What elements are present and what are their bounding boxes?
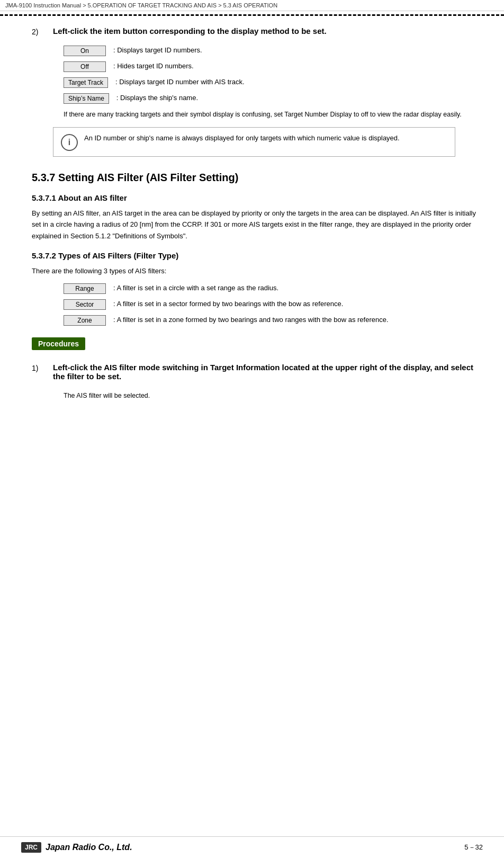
off-desc: : Hides target ID numbers. [113,61,194,70]
zone-button[interactable]: Zone [64,315,106,326]
on-button[interactable]: On [64,46,106,56]
section-5372-heading: 5.3.7.2 Types of AIS Filters (Filter Typ… [32,251,483,260]
note-text: If there are many tracking targets and t… [64,109,483,120]
proc-step-1-text: Left-click the AIS filter mode switching… [53,363,483,381]
option-off-row: Off : Hides target ID numbers. [64,61,483,72]
range-button[interactable]: Range [64,283,106,294]
info-box-text: An ID number or ship's name is always di… [84,133,400,144]
on-desc: : Displays target ID numbers. [113,46,202,54]
target-track-desc: : Displays target ID number with AIS tra… [115,77,244,86]
proc-step-1-number: 1) [32,363,53,372]
info-box: i An ID number or ship's name is always … [53,127,455,157]
procedures-badge: Procedures [32,337,85,350]
jrc-label: JRC [21,842,41,853]
target-track-button[interactable]: Target Track [64,77,108,88]
option-on-row: On : Displays target ID numbers. [64,46,483,56]
ships-name-button[interactable]: Ship’s Name [64,93,109,104]
sector-filter-row: Sector : A filter is set in a sector for… [64,299,483,310]
procedures-section: Procedures [32,337,483,356]
ships-name-desc: : Displays the ship's name. [116,93,198,102]
range-filter-row: Range : A filter is set in a circle with… [64,283,483,294]
company-name: Japan Radio Co., Ltd. [46,843,132,852]
step-2-number: 2) [32,26,53,36]
section-537-heading: 5.3.7 Setting AIS Filter (AIS Filter Set… [32,172,483,184]
option-target-track-row: Target Track : Displays target ID number… [64,77,483,88]
step-2-text: Left-click the item button corresponding… [53,26,483,35]
sector-desc: : A filter is set in a sector formed by … [113,299,343,308]
proc-step-1-note: The AIS filter will be selected. [64,390,483,401]
option-ships-name-row: Ship’s Name : Displays the ship's name. [64,93,483,104]
section-5371-body: By setting an AIS filter, an AIS target … [32,208,483,242]
info-icon: i [61,134,78,151]
section-5372-intro: There are the following 3 types of AIS f… [32,265,483,276]
range-desc: : A filter is set in a circle with a set… [113,283,278,292]
page-number: 5－32 [464,843,483,852]
proc-step-1-container: 1) Left-click the AIS filter mode switch… [32,363,483,381]
breadcrumb: JMA-9100 Instruction Manual > 5.OPERATIO… [0,0,504,11]
step-2-container: 2) Left-click the item button correspond… [32,26,483,36]
filter-options-table: Range : A filter is set in a circle with… [64,283,483,326]
breadcrumb-text: JMA-9100 Instruction Manual > 5.OPERATIO… [5,2,277,8]
display-options-table: On : Displays target ID numbers. Off : H… [64,46,483,104]
footer: JRC Japan Radio Co., Ltd. 5－32 [0,836,504,858]
section-5371-heading: 5.3.7.1 About an AIS filter [32,193,483,202]
sector-button[interactable]: Sector [64,299,106,310]
zone-filter-row: Zone : A filter is set in a zone formed … [64,315,483,326]
zone-desc: : A filter is set in a zone formed by tw… [113,315,389,324]
off-button[interactable]: Off [64,61,106,72]
footer-logo: JRC Japan Radio Co., Ltd. [21,842,132,853]
